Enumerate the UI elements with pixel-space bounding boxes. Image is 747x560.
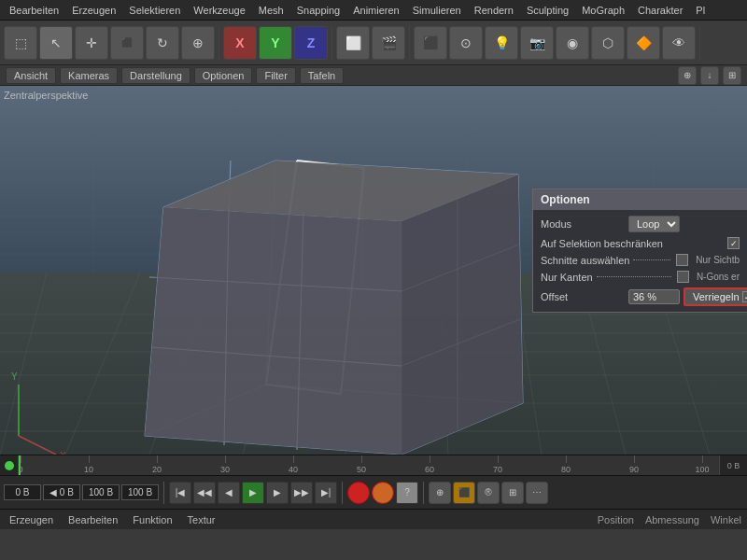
toolbar-group-axis: X Y Z (223, 26, 328, 60)
menu-item-pl[interactable]: Pl (690, 3, 711, 18)
timeline-tick-80: 80 (561, 465, 571, 474)
toolbar-transform-btn[interactable]: ⊕ (181, 26, 215, 60)
vp-nav2[interactable]: ↓ (700, 66, 719, 85)
bottom-tab-bearbeiten[interactable]: Bearbeiten (64, 512, 121, 527)
toolbar-extra3-btn[interactable]: 🔶 (627, 26, 660, 60)
svg-text:X: X (60, 451, 66, 455)
bottom-tab-erzeugen[interactable]: Erzeugen (6, 512, 57, 527)
transport-field-4[interactable] (121, 484, 159, 500)
menubar: BearbeitenErzeugenSelektierenWerkzeugeMe… (0, 0, 747, 21)
menu-item-mesh[interactable]: Mesh (253, 3, 289, 18)
transport-start-btn[interactable]: |◀ (169, 482, 191, 504)
transport-buttons: |◀ ◀◀ ◀ ▶ ▶ ▶▶ ▶| (169, 482, 337, 504)
toolbar-extra4-btn[interactable]: 👁 (662, 26, 696, 60)
transport-field-1[interactable] (4, 484, 41, 500)
toolbar-sep-1 (218, 26, 219, 60)
menu-item-erzeugen[interactable]: Erzeugen (66, 3, 121, 18)
toolbar-cube-btn[interactable]: ⬛ (414, 26, 447, 60)
toolbar-anim-btn[interactable]: 🎬 (372, 26, 405, 60)
vp-optionen[interactable]: Optionen (194, 67, 253, 84)
timeline-tick-60: 60 (425, 465, 434, 474)
toolbar-frame-btn[interactable]: ⬜ (336, 26, 370, 60)
vp-nav1[interactable]: ⊕ (678, 66, 697, 85)
toolbar-cursor-btn[interactable]: ↖ (39, 26, 73, 60)
options-selektion-label: Auf Selektion beschränken (541, 238, 724, 249)
menu-item-mograph[interactable]: MoGraph (576, 3, 630, 18)
bottom-tab-funktion[interactable]: Funktion (129, 512, 176, 527)
menu-item-charakter[interactable]: Charakter (632, 3, 688, 18)
viewport-label: Zentralperspektive (4, 90, 89, 101)
menu-item-animieren[interactable]: Animieren (347, 3, 405, 18)
transport-field-3[interactable] (82, 484, 120, 500)
timeline-tick-70: 70 (493, 465, 502, 474)
viewport-toolbar: Ansicht Kameras Darstellung Optionen Fil… (0, 65, 747, 86)
timeline-tick-20: 20 (152, 465, 162, 474)
options-modus-row: Modus Loop (541, 216, 740, 232)
transport-field-2[interactable] (43, 484, 80, 500)
menu-item-sculpting[interactable]: Sculpting (521, 3, 574, 18)
timeline-tick-30: 30 (220, 465, 230, 474)
transport-play-btn[interactable]: ▶ (242, 482, 264, 504)
vp-filter[interactable]: Filter (256, 67, 295, 84)
options-sichtb-label: Nur Sichtb (696, 255, 740, 265)
transport-back-btn[interactable]: ◀ (218, 482, 240, 504)
transport-extra-btn[interactable]: ⋯ (526, 482, 548, 504)
vp-kameras[interactable]: Kameras (60, 67, 118, 84)
options-schnitte-checkbox[interactable] (676, 254, 688, 266)
options-lock-checkbox[interactable] (742, 291, 747, 302)
options-schnitte-label: Schnitte auswählen (541, 255, 672, 266)
options-offset-input[interactable] (628, 289, 680, 304)
toolbar-x-btn[interactable]: X (223, 26, 257, 60)
toolbar-group-objects: ⬛ ⊙ 💡 📷 ◉ ⬡ 🔶 👁 (414, 26, 696, 60)
vp-nav3[interactable]: ⊞ (723, 66, 741, 85)
vp-ansicht[interactable]: Ansicht (6, 67, 56, 84)
toolbar-extra1-btn[interactable]: ◉ (556, 26, 589, 60)
toolbar-z-btn[interactable]: Z (294, 26, 328, 60)
vp-darstellung[interactable]: Darstellung (121, 67, 190, 84)
timeline[interactable]: 0102030405060708090100 0 B (0, 455, 747, 475)
options-selektion-row: Auf Selektion beschränken (541, 237, 740, 249)
toolbar-y-btn[interactable]: Y (259, 26, 292, 60)
toolbar-mode-btn[interactable]: ⬚ (4, 26, 37, 60)
options-ngons-label: N-Gons er (697, 272, 740, 282)
transport-record-btn2[interactable] (372, 482, 394, 504)
transport-grid-btn[interactable]: ⊞ (501, 482, 524, 504)
main-toolbar: ⬚ ↖ ✛ ⬛ ↻ ⊕ X Y Z ⬜ 🎬 ⬛ ⊙ 💡 📷 ◉ ⬡ 🔶 👁 (0, 21, 747, 65)
toolbar-sep-3 (409, 26, 410, 60)
timeline-playhead (19, 455, 21, 475)
timeline-playhead-dot (5, 461, 14, 470)
menu-item-simulieren[interactable]: Simulieren (407, 3, 467, 18)
toolbar-extra2-btn[interactable]: ⬡ (591, 26, 625, 60)
options-kanten-row: Nur Kanten N-Gons er (541, 271, 740, 283)
timeline-ruler[interactable]: 0102030405060708090100 (19, 455, 719, 475)
transport-next-btn[interactable]: ▶▶ (290, 482, 313, 504)
bottom-tab-textur[interactable]: Textur (184, 512, 219, 527)
menu-item-bearbeiten[interactable]: Bearbeiten (4, 3, 64, 18)
transport-end-btn[interactable]: ▶| (315, 482, 337, 504)
toolbar-rotate-btn[interactable]: ↻ (146, 26, 179, 60)
options-lock-btn[interactable]: Verriegeln (684, 287, 747, 306)
transport-bar: |◀ ◀◀ ◀ ▶ ▶ ▶▶ ▶| ? ⊕ ⬛ ® ⊞ ⋯ (0, 475, 747, 509)
transport-fwd-btn[interactable]: ▶ (266, 482, 289, 504)
viewport-3d[interactable]: Y X Zentralperspektive Optionen Modus Lo… (0, 86, 747, 455)
toolbar-scale-btn[interactable]: ⬛ (110, 26, 144, 60)
vp-tafeln[interactable]: Tafeln (300, 67, 344, 84)
options-kanten-checkbox[interactable] (677, 271, 689, 283)
options-modus-select[interactable]: Loop (628, 216, 680, 232)
transport-snap-btn[interactable]: ⊕ (429, 482, 451, 504)
menu-item-snapping[interactable]: Snapping (291, 3, 346, 18)
toolbar-move-btn[interactable]: ✛ (75, 26, 108, 60)
toolbar-light-btn[interactable]: 💡 (485, 26, 518, 60)
transport-render-btn[interactable]: ® (477, 482, 500, 504)
menu-item-rendern[interactable]: Rendern (469, 3, 519, 18)
toolbar-cam-btn[interactable]: 📷 (520, 26, 554, 60)
menu-item-selektieren[interactable]: Selektieren (123, 3, 186, 18)
toolbar-sphere-btn[interactable]: ⊙ (449, 26, 483, 60)
transport-prev-btn[interactable]: ◀◀ (193, 482, 216, 504)
menu-item-werkzeuge[interactable]: Werkzeuge (188, 3, 250, 18)
options-selektion-checkbox[interactable] (727, 237, 740, 249)
transport-color-btn[interactable]: ⬛ (453, 482, 475, 504)
transport-extra: ⊕ ⬛ ® ⊞ ⋯ (429, 482, 548, 504)
transport-info-btn[interactable]: ? (396, 482, 418, 504)
transport-record-btn1[interactable] (347, 482, 370, 504)
